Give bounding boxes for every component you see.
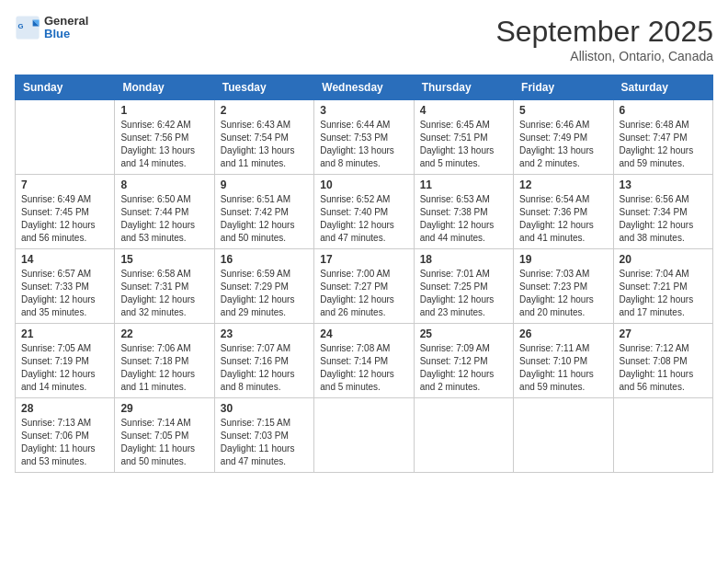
day-number: 4 bbox=[420, 104, 507, 117]
day-info: Sunrise: 6:56 AM Sunset: 7:34 PM Dayligh… bbox=[620, 193, 707, 245]
calendar-cell: 5Sunrise: 6:46 AM Sunset: 7:49 PM Daylig… bbox=[514, 100, 613, 175]
calendar-cell: 1Sunrise: 6:42 AM Sunset: 7:56 PM Daylig… bbox=[115, 100, 214, 175]
day-number: 3 bbox=[320, 104, 407, 117]
day-info: Sunrise: 6:45 AM Sunset: 7:51 PM Dayligh… bbox=[420, 119, 507, 170]
day-number: 16 bbox=[221, 253, 308, 266]
week-row-3: 14Sunrise: 6:57 AM Sunset: 7:33 PM Dayli… bbox=[16, 249, 713, 324]
calendar-cell: 25Sunrise: 7:09 AM Sunset: 7:12 PM Dayli… bbox=[414, 324, 513, 398]
day-number: 24 bbox=[320, 327, 407, 340]
calendar-cell: 21Sunrise: 7:05 AM Sunset: 7:19 PM Dayli… bbox=[16, 324, 115, 398]
calendar-cell: 6Sunrise: 6:48 AM Sunset: 7:47 PM Daylig… bbox=[613, 100, 712, 175]
day-number: 20 bbox=[620, 253, 707, 266]
day-info: Sunrise: 7:12 AM Sunset: 7:08 PM Dayligh… bbox=[620, 342, 707, 394]
day-info: Sunrise: 6:59 AM Sunset: 7:29 PM Dayligh… bbox=[221, 268, 308, 319]
location-title: Alliston, Ontario, Canada bbox=[495, 49, 713, 63]
calendar-cell: 4Sunrise: 6:45 AM Sunset: 7:51 PM Daylig… bbox=[414, 100, 513, 175]
calendar-cell: 19Sunrise: 7:03 AM Sunset: 7:23 PM Dayli… bbox=[514, 249, 613, 324]
calendar-cell: 17Sunrise: 7:00 AM Sunset: 7:27 PM Dayli… bbox=[314, 249, 414, 324]
day-info: Sunrise: 7:03 AM Sunset: 7:23 PM Dayligh… bbox=[519, 268, 607, 319]
day-number: 1 bbox=[120, 104, 208, 117]
weekday-header-saturday: Saturday bbox=[613, 75, 712, 100]
day-number: 5 bbox=[519, 104, 607, 117]
day-info: Sunrise: 7:13 AM Sunset: 7:06 PM Dayligh… bbox=[21, 417, 108, 468]
day-info: Sunrise: 6:44 AM Sunset: 7:53 PM Dayligh… bbox=[320, 119, 407, 170]
day-info: Sunrise: 6:48 AM Sunset: 7:47 PM Dayligh… bbox=[620, 119, 707, 170]
day-info: Sunrise: 7:05 AM Sunset: 7:19 PM Dayligh… bbox=[21, 342, 108, 394]
weekday-header-row: SundayMondayTuesdayWednesdayThursdayFrid… bbox=[16, 75, 713, 100]
calendar-cell: 20Sunrise: 7:04 AM Sunset: 7:21 PM Dayli… bbox=[613, 249, 712, 324]
weekday-header-tuesday: Tuesday bbox=[214, 75, 313, 100]
calendar-cell: 7Sunrise: 6:49 AM Sunset: 7:45 PM Daylig… bbox=[16, 175, 115, 249]
day-number: 29 bbox=[120, 402, 208, 415]
calendar-cell: 22Sunrise: 7:06 AM Sunset: 7:18 PM Dayli… bbox=[115, 324, 214, 398]
day-number: 6 bbox=[620, 104, 707, 117]
day-number: 7 bbox=[21, 178, 108, 191]
day-info: Sunrise: 6:57 AM Sunset: 7:33 PM Dayligh… bbox=[21, 268, 108, 319]
day-info: Sunrise: 6:51 AM Sunset: 7:42 PM Dayligh… bbox=[221, 193, 308, 245]
calendar-table: SundayMondayTuesdayWednesdayThursdayFrid… bbox=[15, 75, 713, 473]
calendar-cell: 12Sunrise: 6:54 AM Sunset: 7:36 PM Dayli… bbox=[514, 175, 613, 249]
week-row-2: 7Sunrise: 6:49 AM Sunset: 7:45 PM Daylig… bbox=[16, 175, 713, 249]
day-info: Sunrise: 7:11 AM Sunset: 7:10 PM Dayligh… bbox=[519, 342, 607, 394]
logo-icon: G bbox=[15, 15, 40, 40]
day-number: 26 bbox=[519, 327, 607, 340]
title-area: September 2025 Alliston, Ontario, Canada bbox=[495, 15, 713, 63]
calendar-cell: 2Sunrise: 6:43 AM Sunset: 7:54 PM Daylig… bbox=[214, 100, 313, 175]
day-info: Sunrise: 6:52 AM Sunset: 7:40 PM Dayligh… bbox=[320, 193, 407, 245]
day-info: Sunrise: 6:46 AM Sunset: 7:49 PM Dayligh… bbox=[519, 119, 607, 170]
day-info: Sunrise: 6:50 AM Sunset: 7:44 PM Dayligh… bbox=[120, 193, 208, 245]
calendar-cell: 11Sunrise: 6:53 AM Sunset: 7:38 PM Dayli… bbox=[414, 175, 513, 249]
weekday-header-wednesday: Wednesday bbox=[314, 75, 414, 100]
month-title: September 2025 bbox=[495, 15, 713, 49]
day-number: 15 bbox=[120, 253, 208, 266]
day-info: Sunrise: 6:58 AM Sunset: 7:31 PM Dayligh… bbox=[120, 268, 208, 319]
day-info: Sunrise: 7:15 AM Sunset: 7:03 PM Dayligh… bbox=[221, 417, 308, 468]
logo-line2: Blue bbox=[44, 28, 88, 40]
calendar-cell bbox=[613, 398, 712, 473]
logo: G General Blue bbox=[15, 15, 88, 41]
calendar-cell: 3Sunrise: 6:44 AM Sunset: 7:53 PM Daylig… bbox=[314, 100, 414, 175]
calendar-cell bbox=[314, 398, 414, 473]
day-info: Sunrise: 7:06 AM Sunset: 7:18 PM Dayligh… bbox=[120, 342, 208, 394]
day-info: Sunrise: 7:09 AM Sunset: 7:12 PM Dayligh… bbox=[420, 342, 507, 394]
day-number: 21 bbox=[21, 327, 108, 340]
logo-text: General Blue bbox=[44, 15, 88, 41]
calendar-cell: 15Sunrise: 6:58 AM Sunset: 7:31 PM Dayli… bbox=[115, 249, 214, 324]
svg-text:G: G bbox=[18, 23, 24, 31]
day-number: 8 bbox=[120, 178, 208, 191]
day-number: 22 bbox=[120, 327, 208, 340]
day-number: 17 bbox=[320, 253, 407, 266]
calendar-cell: 14Sunrise: 6:57 AM Sunset: 7:33 PM Dayli… bbox=[16, 249, 115, 324]
day-number: 23 bbox=[221, 327, 308, 340]
weekday-header-thursday: Thursday bbox=[414, 75, 513, 100]
day-number: 11 bbox=[420, 178, 507, 191]
day-number: 18 bbox=[420, 253, 507, 266]
calendar-cell: 10Sunrise: 6:52 AM Sunset: 7:40 PM Dayli… bbox=[314, 175, 414, 249]
day-number: 25 bbox=[420, 327, 507, 340]
day-number: 9 bbox=[221, 178, 308, 191]
calendar-cell: 8Sunrise: 6:50 AM Sunset: 7:44 PM Daylig… bbox=[115, 175, 214, 249]
day-number: 13 bbox=[620, 178, 707, 191]
calendar-cell: 30Sunrise: 7:15 AM Sunset: 7:03 PM Dayli… bbox=[214, 398, 313, 473]
calendar-cell bbox=[16, 100, 115, 175]
weekday-header-sunday: Sunday bbox=[16, 75, 115, 100]
day-info: Sunrise: 7:04 AM Sunset: 7:21 PM Dayligh… bbox=[620, 268, 707, 319]
day-number: 14 bbox=[21, 253, 108, 266]
calendar-cell: 27Sunrise: 7:12 AM Sunset: 7:08 PM Dayli… bbox=[613, 324, 712, 398]
day-info: Sunrise: 7:07 AM Sunset: 7:16 PM Dayligh… bbox=[221, 342, 308, 394]
weekday-header-friday: Friday bbox=[514, 75, 613, 100]
week-row-1: 1Sunrise: 6:42 AM Sunset: 7:56 PM Daylig… bbox=[16, 100, 713, 175]
calendar-cell: 26Sunrise: 7:11 AM Sunset: 7:10 PM Dayli… bbox=[514, 324, 613, 398]
day-info: Sunrise: 6:53 AM Sunset: 7:38 PM Dayligh… bbox=[420, 193, 507, 245]
day-number: 12 bbox=[519, 178, 607, 191]
calendar-cell: 16Sunrise: 6:59 AM Sunset: 7:29 PM Dayli… bbox=[214, 249, 313, 324]
calendar-cell: 18Sunrise: 7:01 AM Sunset: 7:25 PM Dayli… bbox=[414, 249, 513, 324]
day-info: Sunrise: 6:42 AM Sunset: 7:56 PM Dayligh… bbox=[120, 119, 208, 170]
day-number: 2 bbox=[221, 104, 308, 117]
day-info: Sunrise: 6:49 AM Sunset: 7:45 PM Dayligh… bbox=[21, 193, 108, 245]
day-info: Sunrise: 7:08 AM Sunset: 7:14 PM Dayligh… bbox=[320, 342, 407, 394]
day-number: 19 bbox=[519, 253, 607, 266]
page-header: G General Blue September 2025 Alliston, … bbox=[15, 15, 713, 63]
calendar-cell: 13Sunrise: 6:56 AM Sunset: 7:34 PM Dayli… bbox=[613, 175, 712, 249]
calendar-cell: 29Sunrise: 7:14 AM Sunset: 7:05 PM Dayli… bbox=[115, 398, 214, 473]
